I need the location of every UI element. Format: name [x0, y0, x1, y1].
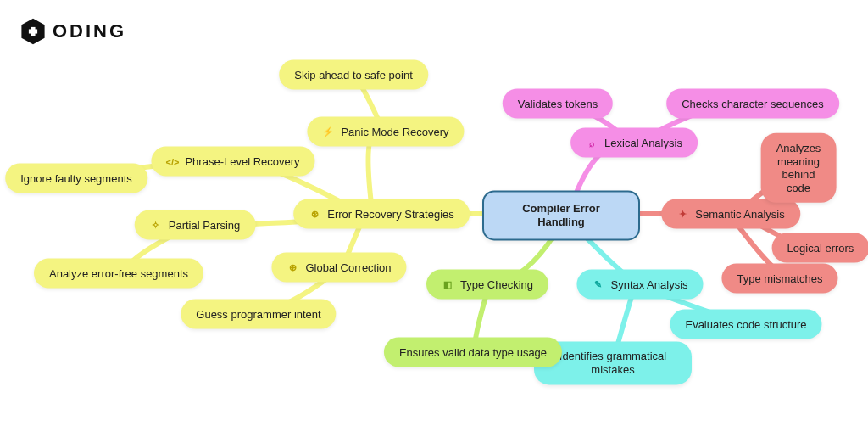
leaf-lexical-0: Validates tokens [503, 89, 613, 119]
sub-panic: ⚡ Panic Mode Recovery [307, 117, 464, 147]
leaf-global-0: Guess programmer intent [181, 300, 336, 329]
branch-lexical: ⌕ Lexical Analysis [570, 128, 698, 158]
leaf-semantic-2: Type mismatches [721, 264, 837, 294]
sub-label: Panic Mode Recovery [341, 126, 448, 138]
bolt-icon: ⚡ [322, 126, 334, 137]
sub-label: Phrase-Level Recovery [185, 155, 299, 168]
branch-label: Lexical Analysis [604, 137, 682, 149]
brand-logo: ODING [19, 17, 126, 46]
sub-label: Global Correction [305, 261, 391, 274]
branch-type: ◧ Type Checking [426, 270, 548, 300]
leaf-label: Skip ahead to safe point [294, 69, 413, 81]
branch-syntax: ✎ Syntax Analysis [576, 270, 703, 300]
mindmap: ODING Compiler Error Handling [0, 0, 868, 426]
leaf-partial-0: Analyze error-free segments [34, 259, 203, 289]
leaf-label: Ensures valid data type usage [399, 346, 547, 359]
leaf-semantic-1: Logical errors [772, 233, 868, 263]
logo-hex-icon [19, 17, 47, 46]
leaf-panic-0: Skip ahead to safe point [279, 60, 428, 90]
leaf-label: Type mismatches [737, 272, 822, 285]
leaf-label: Evaluates code structure [685, 318, 806, 331]
sub-phrase: </> Phrase-Level Recovery [151, 147, 314, 177]
sub-label: Partial Parsing [169, 219, 241, 232]
globe-icon: ⊕ [287, 261, 298, 273]
leaf-type-0: Ensures valid data type usage [384, 338, 562, 367]
leaf-label: Validates tokens [518, 98, 598, 110]
branch-label: Syntax Analysis [610, 278, 687, 291]
search-icon: ⌕ [586, 137, 598, 149]
leaf-label: Identifies grammatical mistakes [549, 350, 676, 376]
leaf-label: Guess programmer intent [196, 308, 320, 321]
root-label: Compiler Error Handling [498, 202, 625, 228]
puzzle-icon: ✧ [150, 219, 162, 231]
sub-partial: ✧ Partial Parsing [135, 210, 256, 240]
wrench-icon: ✎ [592, 278, 604, 290]
leaf-label: Checks character sequences [682, 98, 824, 110]
leaf-syntax-0: Evaluates code structure [670, 310, 821, 339]
leaf-phrase-0: Ignore faulty segments [5, 164, 147, 193]
svg-rect-2 [29, 29, 37, 33]
branch-recovery: ⊛ Error Recovery Strategies [293, 199, 470, 229]
leaf-semantic-0: Analyzes meaning behind code [761, 133, 837, 203]
branch-label: Semantic Analysis [695, 208, 785, 221]
root-node: Compiler Error Handling [482, 190, 640, 240]
branch-label: Type Checking [460, 278, 533, 291]
sub-global: ⊕ Global Correction [271, 253, 406, 283]
leaf-label: Logical errors [787, 242, 854, 255]
leaf-label: Analyze error-free segments [49, 267, 188, 280]
branch-label: Error Recovery Strategies [327, 208, 454, 221]
leaf-label: Ignore faulty segments [20, 172, 132, 185]
code-icon: </> [166, 155, 178, 167]
leaf-label: Analyzes meaning behind code [776, 142, 821, 194]
type-icon: ◧ [442, 278, 453, 290]
lifebuoy-icon: ⊛ [309, 208, 320, 220]
leaf-lexical-1: Checks character sequences [666, 89, 839, 119]
logo-text: ODING [53, 22, 126, 41]
semantic-icon: ✦ [676, 208, 688, 220]
branch-semantic: ✦ Semantic Analysis [661, 199, 800, 229]
